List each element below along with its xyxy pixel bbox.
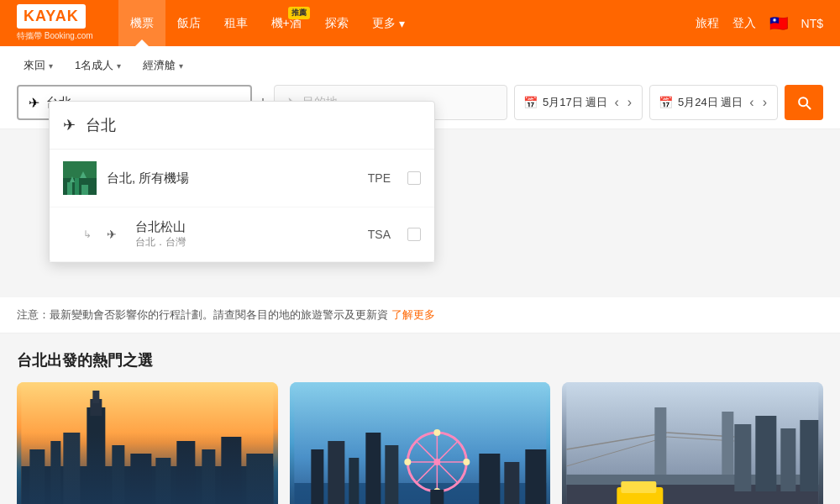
- cabin-class-chevron: ▾: [179, 61, 183, 71]
- trip-options: 來回 ▾ 1名成人 ▾ 經濟艙 ▾: [17, 55, 823, 76]
- dropdown-item-songshan[interactable]: ↳ ✈ 台北松山 台北．台灣 TSA: [50, 207, 434, 262]
- svg-rect-2: [67, 182, 72, 195]
- popular-card-kaohsiung[interactable]: [290, 382, 551, 504]
- svg-rect-42: [479, 454, 500, 504]
- svg-rect-16: [130, 454, 151, 504]
- svg-point-40: [404, 459, 411, 465]
- calendar-icon-2: 📅: [659, 96, 673, 109]
- date2-prev[interactable]: ‹: [748, 95, 755, 110]
- taipei-all-checkbox[interactable]: [407, 171, 421, 185]
- currency-selector[interactable]: NT$: [801, 17, 823, 30]
- main-nav: 機票 飯店 租車 推薦 機+酒 探索 更多 ▾: [118, 0, 417, 46]
- learn-more-link[interactable]: 了解更多: [391, 308, 435, 321]
- svg-rect-27: [328, 441, 344, 504]
- dropdown-search-header: ✈ 台北: [50, 102, 434, 150]
- trips-link[interactable]: 旅程: [696, 16, 719, 31]
- svg-rect-20: [221, 437, 241, 504]
- info-banner: 注意：最新變動會否影響你的行程計劃。請查閱各目的地的旅遊警示及更新資 了解更多: [0, 297, 840, 333]
- taipei-all-name: 台北, 所有機場: [107, 171, 358, 186]
- passengers-selector[interactable]: 1名成人 ▾: [68, 55, 128, 76]
- svg-rect-41: [430, 490, 444, 504]
- trip-type-selector[interactable]: 來回 ▾: [17, 55, 60, 76]
- svg-rect-55: [622, 481, 657, 493]
- info-text: 注意：最新變動會否影響你的行程計劃。請查閱各目的地的旅遊警示及更新資: [17, 308, 388, 321]
- logo-area: KAYAK 特攜帶 Booking.com: [17, 4, 93, 42]
- svg-rect-28: [349, 458, 359, 504]
- svg-rect-4: [81, 185, 88, 195]
- login-link[interactable]: 登入: [732, 16, 756, 31]
- date1-next[interactable]: ›: [626, 95, 633, 110]
- svg-rect-19: [202, 449, 215, 504]
- svg-rect-60: [735, 424, 752, 491]
- svg-rect-63: [801, 420, 819, 491]
- popular-title: 台北出發的熱門之選: [17, 350, 823, 370]
- popular-card-newyork[interactable]: [562, 382, 823, 504]
- svg-rect-3: [75, 178, 79, 195]
- songshan-name: 台北松山: [135, 219, 358, 235]
- nav-cars[interactable]: 租車: [213, 0, 260, 46]
- airport-dropdown: ✈ 台北 台北, 所有機場 TPE ↳ ✈ 台北松山 台北．台灣: [49, 101, 435, 263]
- songshan-checkbox[interactable]: [407, 228, 421, 241]
- flag-icon[interactable]: 🇹🇼: [769, 14, 788, 33]
- trip-type-chevron: ▾: [49, 61, 53, 71]
- taipei-thumbnail: [63, 161, 97, 195]
- main-header: KAYAK 特攜帶 Booking.com 機票 飯店 租車 推薦 機+酒 探索…: [0, 0, 840, 46]
- svg-rect-43: [504, 462, 519, 504]
- svg-rect-62: [781, 428, 796, 491]
- svg-rect-12: [87, 407, 105, 504]
- svg-rect-10: [50, 441, 60, 504]
- nav-badge: 推薦: [288, 7, 310, 19]
- svg-rect-9: [29, 449, 45, 504]
- svg-rect-21: [246, 454, 273, 504]
- airport-plane-icon: ✈: [107, 228, 117, 241]
- date1-prev[interactable]: ‹: [612, 95, 620, 110]
- taipei-all-code: TPE: [368, 171, 391, 185]
- songshan-code: TSA: [368, 228, 391, 241]
- nav-flights[interactable]: 機票: [118, 0, 165, 46]
- search-button[interactable]: [785, 85, 823, 120]
- svg-rect-44: [525, 449, 546, 504]
- origin-plane-icon: ✈: [29, 95, 39, 111]
- svg-rect-18: [176, 441, 195, 504]
- nav-more[interactable]: 更多 ▾: [360, 0, 417, 46]
- svg-point-38: [463, 459, 470, 465]
- songshan-sub: 台北．台灣: [135, 235, 358, 249]
- svg-rect-7: [21, 382, 273, 504]
- booking-label: 特攜帶 Booking.com: [17, 30, 93, 42]
- svg-rect-30: [385, 445, 398, 504]
- depart-date-field[interactable]: 📅 5月17日 週日 ‹ ›: [514, 85, 643, 120]
- popular-section: 台北出發的熱門之選: [0, 333, 840, 504]
- nav-hotels[interactable]: 飯店: [165, 0, 213, 46]
- dropdown-plane-icon: ✈: [63, 116, 76, 134]
- dropdown-search-text: 台北: [86, 115, 116, 135]
- chevron-down-icon: ▾: [399, 17, 405, 30]
- popular-cards: [17, 382, 823, 504]
- svg-point-37: [433, 429, 440, 436]
- return-date-field[interactable]: 📅 5月24日 週日 ‹ ›: [649, 85, 778, 120]
- popular-card-bangkok[interactable]: [17, 382, 278, 504]
- dropdown-item-taipei-all[interactable]: 台北, 所有機場 TPE: [50, 150, 434, 207]
- calendar-icon: 📅: [523, 96, 538, 109]
- svg-rect-14: [92, 391, 99, 403]
- nav-explore[interactable]: 探索: [313, 0, 360, 46]
- svg-rect-29: [365, 433, 381, 504]
- svg-rect-61: [756, 416, 777, 491]
- nav-packages[interactable]: 推薦 機+酒: [260, 0, 313, 46]
- kayak-logo[interactable]: KAYAK: [17, 4, 86, 29]
- sub-arrow-icon: ↳: [83, 228, 92, 240]
- svg-rect-26: [311, 449, 323, 504]
- cabin-class-selector[interactable]: 經濟艙 ▾: [136, 55, 190, 76]
- passengers-chevron: ▾: [117, 61, 121, 71]
- svg-rect-8: [21, 466, 273, 504]
- svg-rect-17: [155, 458, 171, 504]
- date2-next[interactable]: ›: [761, 95, 769, 110]
- svg-rect-11: [63, 433, 80, 504]
- svg-rect-15: [112, 445, 124, 504]
- search-icon: [795, 94, 812, 111]
- header-right: 旅程 登入 🇹🇼 NT$: [696, 14, 823, 33]
